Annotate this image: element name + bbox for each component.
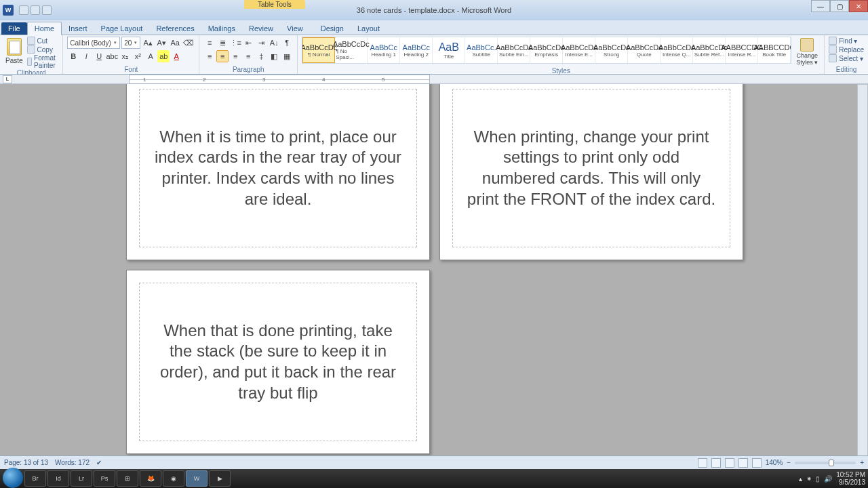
style-item[interactable]: AaBbCcHeading 1 (368, 37, 400, 63)
align-left-button[interactable]: ≡ (203, 50, 216, 62)
style-item[interactable]: AaBbCcDcIntense Q... (660, 37, 693, 63)
qat-undo-icon[interactable] (31, 5, 40, 15)
view-print-layout[interactable] (698, 458, 707, 468)
tab-review[interactable]: Review (242, 22, 280, 35)
minimize-button[interactable]: — (811, 0, 830, 12)
system-tray[interactable]: ▴ ⁕ ▯ 🔊 10:52 PM 9/5/2013 (799, 471, 865, 486)
zoom-out-button[interactable]: − (787, 459, 791, 466)
quick-access-toolbar[interactable] (19, 5, 52, 15)
tray-clock[interactable]: 10:52 PM 9/5/2013 (836, 471, 865, 486)
tray-network-icon[interactable]: ▯ (816, 475, 820, 483)
style-item[interactable]: AaBbCcHeading 2 (400, 37, 433, 63)
change-styles-button[interactable]: Change Styles ▾ (794, 37, 820, 67)
numbering-button[interactable]: ≣ (216, 37, 229, 49)
clear-formatting-button[interactable]: ⌫ (182, 37, 195, 49)
bold-button[interactable]: B (67, 50, 79, 62)
status-proof-icon[interactable]: ✔ (96, 459, 102, 466)
taskbar-item[interactable]: Lr (71, 470, 92, 487)
subscript-button[interactable]: x₂ (119, 50, 131, 62)
strikethrough-button[interactable]: abc (106, 50, 118, 62)
qat-redo-icon[interactable] (42, 5, 52, 15)
superscript-button[interactable]: x² (132, 50, 144, 62)
view-outline[interactable] (738, 458, 748, 468)
font-color-button[interactable]: A (170, 50, 182, 62)
tab-view[interactable]: View (280, 22, 310, 35)
increase-indent-button[interactable]: ⇥ (255, 37, 267, 49)
change-case-button[interactable]: Aa (169, 37, 181, 49)
view-full-reading[interactable] (711, 458, 721, 468)
italic-button[interactable]: I (80, 50, 92, 62)
tab-references[interactable]: References (149, 22, 201, 35)
tab-layout[interactable]: Layout (351, 22, 387, 35)
format-painter-button[interactable]: Format Painter (27, 54, 59, 69)
taskbar-item[interactable]: ⊞ (117, 470, 138, 487)
replace-button[interactable]: Replace (829, 45, 864, 54)
style-item[interactable]: AaBbCcDcQuote (628, 37, 660, 63)
shrink-font-button[interactable]: A▾ (155, 37, 167, 49)
card-text[interactable]: When that is done printing, take the sta… (153, 321, 403, 404)
card-text[interactable]: When it is time to print, place our inde… (153, 127, 403, 210)
taskbar-item[interactable]: Id (47, 470, 69, 487)
justify-button[interactable]: ≡ (242, 50, 254, 62)
zoom-in-button[interactable]: + (860, 459, 864, 466)
maximize-button[interactable]: ▢ (830, 0, 849, 12)
style-item[interactable]: AaBTitle (433, 37, 465, 63)
taskbar-item[interactable]: Ps (94, 470, 115, 487)
tab-design[interactable]: Design (314, 22, 351, 35)
find-button[interactable]: Find ▾ (829, 37, 864, 45)
card-text[interactable]: When printing, change your print setting… (467, 127, 716, 210)
select-button[interactable]: Select ▾ (829, 54, 864, 62)
font-name-combo[interactable]: Calibri (Body)▾ (67, 37, 120, 49)
tray-bluetooth-icon[interactable]: ⁕ (806, 475, 812, 483)
copy-button[interactable]: Copy (27, 45, 59, 54)
status-page[interactable]: Page: 13 of 13 (4, 459, 48, 466)
tab-selector[interactable]: L (3, 75, 12, 83)
cut-button[interactable]: Cut (27, 37, 59, 45)
tab-mailings[interactable]: Mailings (201, 22, 242, 35)
style-item[interactable]: AaBbCcDc¶ Normal (302, 37, 335, 63)
zoom-thumb[interactable] (829, 460, 834, 466)
font-size-combo[interactable]: 20▾ (121, 37, 140, 49)
paste-button[interactable]: Paste (4, 37, 24, 66)
show-marks-button[interactable]: ¶ (281, 37, 293, 49)
qat-save-icon[interactable] (19, 5, 28, 15)
taskbar-item[interactable]: 🦊 (140, 470, 161, 487)
taskbar-item[interactable]: W (186, 470, 208, 487)
close-button[interactable]: ✕ (849, 0, 868, 12)
tab-home[interactable]: Home (27, 22, 62, 35)
style-item[interactable]: AaBbCc.Subtitle (465, 37, 498, 63)
taskbar-item[interactable]: Br (24, 470, 46, 487)
multilevel-button[interactable]: ⋮≡ (229, 37, 241, 49)
tray-up-icon[interactable]: ▴ (799, 475, 802, 483)
align-center-button[interactable]: ≡ (216, 50, 229, 62)
style-item[interactable]: AaBbCcDc¶ No Spaci... (335, 37, 368, 63)
style-item[interactable]: AaBbCcDcIntense E... (563, 37, 595, 63)
styles-gallery[interactable]: AaBbCcDc¶ NormalAaBbCcDc¶ No Spaci...AaB… (302, 37, 791, 64)
view-draft[interactable] (752, 458, 762, 468)
style-item[interactable]: AaBbCcDcStrong (595, 37, 628, 63)
taskbar-item[interactable]: ▶ (209, 470, 231, 487)
zoom-slider[interactable] (795, 462, 856, 464)
style-item[interactable]: AABBCCDCBook Title (758, 37, 791, 63)
grow-font-button[interactable]: A▴ (142, 37, 154, 49)
tray-volume-icon[interactable]: 🔊 (824, 475, 832, 483)
align-right-button[interactable]: ≡ (229, 50, 241, 62)
borders-button[interactable]: ▦ (281, 50, 293, 62)
note-card[interactable]: When it is time to print, place our inde… (126, 84, 430, 260)
sort-button[interactable]: A↓ (268, 37, 280, 49)
note-card[interactable]: When that is done printing, take the sta… (126, 270, 430, 454)
horizontal-ruler[interactable]: 12345 (129, 75, 430, 84)
tab-insert[interactable]: Insert (62, 22, 94, 35)
status-words[interactable]: Words: 172 (55, 459, 90, 466)
view-web-layout[interactable] (725, 458, 734, 468)
underline-button[interactable]: U (93, 50, 105, 62)
tab-page-layout[interactable]: Page Layout (94, 22, 150, 35)
shading-button[interactable]: ◧ (268, 50, 280, 62)
note-card[interactable]: When printing, change your print setting… (439, 84, 743, 260)
start-button[interactable] (3, 468, 23, 488)
text-effects-button[interactable]: A (144, 50, 157, 62)
taskbar-item[interactable]: ◉ (163, 470, 184, 487)
bullets-button[interactable]: ≡ (203, 37, 216, 49)
zoom-level[interactable]: 140% (766, 459, 783, 466)
vertical-scrollbar[interactable] (857, 84, 868, 469)
